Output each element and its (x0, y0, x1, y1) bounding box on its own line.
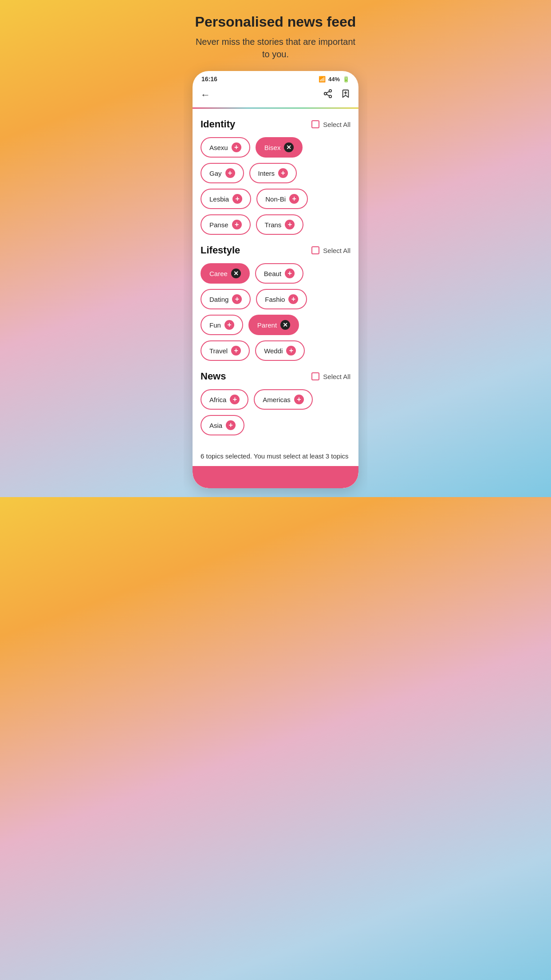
tag-label-weddi: Weddi (264, 347, 283, 355)
tag-add-inters[interactable]: + (278, 168, 288, 178)
tag-add-beaut[interactable]: + (285, 269, 295, 278)
tag-asia[interactable]: Asia + (201, 415, 244, 435)
identity-tags: Asexu + Bisex ✕ Gay + Inters + (201, 137, 350, 235)
tag-remove-bisex[interactable]: ✕ (284, 142, 294, 152)
pink-bottom-bar (193, 466, 358, 488)
tag-label-beaut: Beaut (264, 270, 281, 277)
section-identity: Identity Select All Asexu + Bisex ✕ (201, 119, 350, 235)
tag-gay[interactable]: Gay + (201, 163, 244, 183)
svg-line-3 (327, 95, 329, 96)
svg-line-4 (327, 91, 329, 93)
select-all-label-news: Select All (323, 373, 350, 380)
tag-fun[interactable]: Fun + (201, 315, 243, 335)
content-scroll: Identity Select All Asexu + Bisex ✕ (193, 109, 358, 444)
select-all-identity[interactable]: Select All (311, 120, 350, 128)
tag-add-fun[interactable]: + (224, 320, 234, 330)
tag-travel[interactable]: Travel + (201, 340, 250, 361)
back-button[interactable]: ← (201, 89, 210, 101)
tag-label-americas: Americas (263, 396, 291, 403)
share-button[interactable] (323, 89, 333, 101)
select-all-checkbox-news[interactable] (311, 372, 319, 380)
select-all-news[interactable]: Select All (311, 372, 350, 380)
tag-label-fun: Fun (209, 321, 221, 329)
tag-add-travel[interactable]: + (231, 346, 241, 356)
select-all-label-lifestyle: Select All (323, 247, 350, 254)
tag-add-weddi[interactable]: + (286, 346, 296, 356)
bookmark-button[interactable] (341, 89, 350, 101)
tag-label-bisex: Bisex (264, 144, 281, 151)
tag-beaut[interactable]: Beaut + (255, 263, 303, 284)
status-time: 16:16 (201, 75, 217, 83)
select-all-lifestyle[interactable]: Select All (311, 246, 350, 254)
news-tags: Africa + Americas + Asia + (201, 389, 350, 435)
tag-bisex[interactable]: Bisex ✕ (256, 137, 303, 158)
select-all-label-identity: Select All (323, 121, 350, 128)
tag-dating[interactable]: Dating + (201, 289, 251, 309)
tag-add-lesbia[interactable]: + (232, 194, 242, 204)
tag-inters[interactable]: Inters + (249, 163, 297, 183)
tag-add-asia[interactable]: + (226, 420, 236, 430)
tag-add-dating[interactable]: + (232, 294, 242, 304)
section-header-identity: Identity Select All (201, 119, 350, 130)
tag-remove-caree[interactable]: ✕ (231, 269, 241, 278)
status-right: 📶 44% 🔋 (319, 76, 350, 83)
tag-label-inters: Inters (258, 170, 275, 177)
tag-trans[interactable]: Trans + (256, 214, 304, 235)
section-title-lifestyle: Lifestyle (201, 245, 240, 256)
footer-message: 6 topics selected. You must select at le… (193, 444, 358, 466)
tag-americas[interactable]: Americas + (254, 389, 313, 410)
section-title-news: News (201, 371, 226, 382)
status-bar: 16:16 📶 44% 🔋 (193, 71, 358, 85)
phone-frame: 16:16 📶 44% 🔋 ← (193, 71, 358, 488)
tag-weddi[interactable]: Weddi + (255, 340, 305, 361)
tag-label-africa: Africa (209, 396, 226, 403)
section-title-identity: Identity (201, 119, 235, 130)
tag-add-americas[interactable]: + (294, 395, 304, 404)
tag-label-nonbi: Non-Bi (265, 195, 286, 203)
select-all-checkbox-identity[interactable] (311, 120, 319, 128)
select-all-checkbox-lifestyle[interactable] (311, 246, 319, 254)
section-news: News Select All Africa + Americas + (201, 371, 350, 435)
tag-add-fashio[interactable]: + (288, 294, 298, 304)
tag-panse[interactable]: Panse + (201, 214, 251, 235)
tag-add-panse[interactable]: + (232, 220, 242, 229)
tag-label-gay: Gay (209, 170, 222, 177)
battery-text: 44% (328, 76, 340, 83)
tag-nonbi[interactable]: Non-Bi + (256, 189, 308, 209)
tag-label-panse: Panse (209, 221, 228, 229)
page-headline: Personalised news feed (195, 13, 356, 30)
section-header-lifestyle: Lifestyle Select All (201, 245, 350, 256)
tag-label-dating: Dating (209, 296, 228, 303)
nav-icons (323, 89, 350, 101)
tag-caree[interactable]: Caree ✕ (201, 263, 250, 284)
tag-label-travel: Travel (209, 347, 228, 355)
tag-add-gay[interactable]: + (225, 168, 235, 178)
tag-add-asexu[interactable]: + (232, 142, 241, 152)
tag-fashio[interactable]: Fashio + (256, 289, 307, 309)
tag-label-trans: Trans (265, 221, 282, 229)
lifestyle-tags: Caree ✕ Beaut + Dating + Fashio + (201, 263, 350, 361)
tag-africa[interactable]: Africa + (201, 389, 248, 410)
tag-label-lesbia: Lesbia (209, 195, 229, 203)
tag-label-parent: Parent (257, 321, 277, 329)
tag-remove-parent[interactable]: ✕ (280, 320, 290, 330)
tag-label-asexu: Asexu (209, 144, 228, 151)
tag-lesbia[interactable]: Lesbia + (201, 189, 251, 209)
tag-parent[interactable]: Parent ✕ (248, 315, 299, 335)
outer-wrapper: Personalised news feed Never miss the st… (184, 0, 367, 497)
nav-bar: ← (193, 85, 358, 109)
tag-add-africa[interactable]: + (230, 395, 240, 404)
section-lifestyle: Lifestyle Select All Caree ✕ Beaut + (201, 245, 350, 361)
section-header-news: News Select All (201, 371, 350, 382)
tag-label-asia: Asia (209, 422, 222, 429)
tag-asexu[interactable]: Asexu + (201, 137, 250, 158)
wifi-icon: 📶 (319, 76, 326, 83)
tag-label-caree: Caree (209, 270, 228, 277)
tag-label-fashio: Fashio (265, 296, 285, 303)
page-subheadline: Never miss the stories that are importan… (193, 36, 358, 60)
tag-add-trans[interactable]: + (285, 220, 295, 229)
battery-icon: 🔋 (342, 76, 350, 83)
tag-add-nonbi[interactable]: + (289, 194, 299, 204)
